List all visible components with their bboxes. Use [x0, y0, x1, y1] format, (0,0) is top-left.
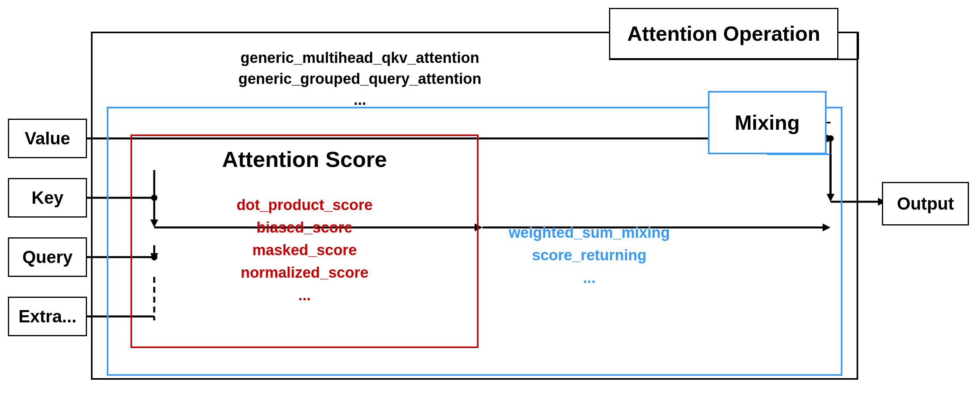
- generic-text-label: generic_multihead_qkv_attention generic_…: [221, 47, 498, 111]
- attention-operation-box: Attention Operation: [609, 8, 838, 59]
- extra-box: Extra...: [8, 297, 87, 336]
- attention-score-label: Attention Score: [170, 146, 439, 172]
- key-box: Key: [8, 178, 87, 218]
- diagram-container: Value Key Query Extra... generic_multihe…: [0, 0, 980, 409]
- mixing-box: Mixing: [708, 91, 827, 154]
- output-box: Output: [882, 182, 969, 225]
- red-items: dot_product_score biased_score masked_sc…: [150, 194, 459, 307]
- blue-items: weighted_sum_mixing score_returning ...: [494, 222, 684, 289]
- value-box: Value: [8, 119, 87, 158]
- query-box: Query: [8, 237, 87, 277]
